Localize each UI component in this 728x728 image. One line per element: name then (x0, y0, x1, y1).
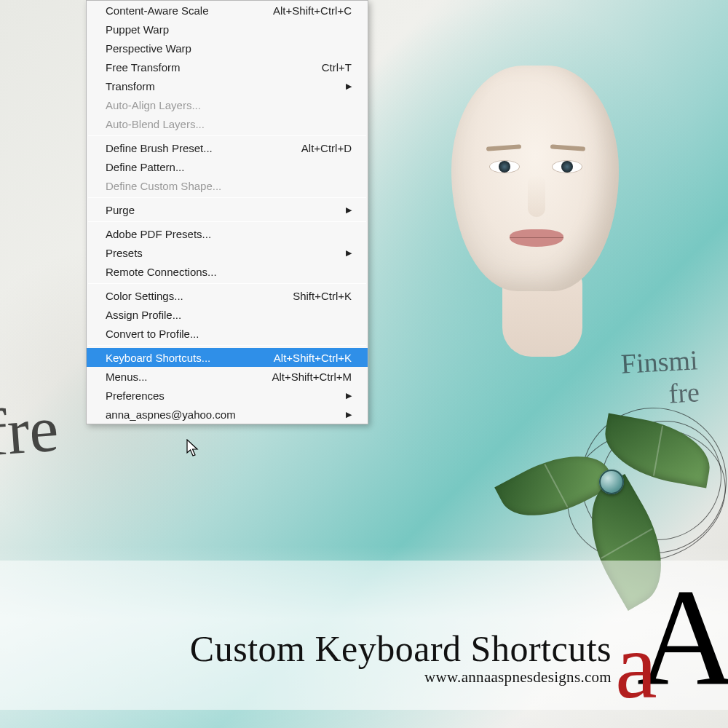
menu-item-color-settings[interactable]: Color Settings...Shift+Ctrl+K (87, 286, 368, 305)
menu-item-label: Preferences (106, 389, 165, 402)
menu-separator (88, 345, 366, 346)
menu-item-assign-profile[interactable]: Assign Profile... (87, 305, 368, 324)
menu-item-shortcut: Alt+Shift+Ctrl+C (250, 4, 352, 17)
menu-item-preferences[interactable]: Preferences▶ (87, 386, 368, 405)
menu-item-free-transform[interactable]: Free TransformCtrl+T (87, 58, 368, 76)
menu-item-label: Assign Profile... (106, 309, 181, 321)
page-title: Custom Keyboard Shortcuts (0, 628, 612, 670)
menu-item-menus[interactable]: Menus...Alt+Shift+Ctrl+M (87, 367, 368, 386)
menu-item-label: Menus... (106, 371, 148, 383)
menu-item-perspective-warp[interactable]: Perspective Warp (87, 39, 368, 58)
menu-item-label: Auto-Blend Layers... (106, 118, 205, 130)
logo: aA (615, 582, 728, 693)
menu-item-shortcut: Ctrl+T (250, 61, 352, 74)
menu-item-transform[interactable]: Transform▶ (87, 76, 368, 95)
menu-item-label: Free Transform (106, 61, 181, 74)
title-block: Custom Keyboard Shortcuts www.annaaspnes… (0, 628, 612, 687)
menu-item-shortcut: Alt+Shift+Ctrl+M (250, 371, 352, 383)
menu-item-label: Color Settings... (106, 290, 183, 302)
menu-separator (88, 197, 366, 198)
menu-item-define-custom-shape: Define Custom Shape... (87, 176, 368, 195)
menu-item-label: Remote Connections... (106, 266, 217, 278)
menu-item-shortcut: Shift+Ctrl+K (250, 290, 352, 302)
menu-item-label: Convert to Profile... (106, 328, 199, 340)
menu-separator (88, 221, 366, 222)
menu-item-label: Auto-Align Layers... (106, 99, 201, 111)
menu-item-anna-aspnes-yahoo-com[interactable]: anna_aspnes@yahoo.com▶ (87, 405, 368, 424)
menu-item-label: Transform (106, 80, 155, 92)
menu-item-label: Puppet Warp (106, 23, 169, 36)
menu-item-keyboard-shortcuts[interactable]: Keyboard Shortcuts...Alt+Shift+Ctrl+K (87, 348, 368, 367)
menu-item-purge[interactable]: Purge▶ (87, 200, 368, 219)
edit-menu-dropdown: Content-Aware ScaleAlt+Shift+Ctrl+CPuppe… (86, 0, 368, 424)
menu-item-define-pattern[interactable]: Define Pattern... (87, 157, 368, 176)
menu-item-shortcut: Alt+Ctrl+D (250, 142, 352, 154)
menu-item-convert-to-profile[interactable]: Convert to Profile... (87, 324, 368, 343)
menu-item-presets[interactable]: Presets▶ (87, 243, 368, 262)
menu-item-label: Define Custom Shape... (106, 180, 221, 192)
menu-item-puppet-warp[interactable]: Puppet Warp (87, 20, 368, 39)
submenu-arrow-icon: ▶ (346, 248, 352, 258)
menu-item-remote-connections[interactable]: Remote Connections... (87, 262, 368, 281)
menu-item-define-brush-preset[interactable]: Define Brush Preset...Alt+Ctrl+D (87, 138, 368, 157)
menu-item-label: Purge (106, 204, 135, 216)
menu-item-label: Content-Aware Scale (106, 4, 208, 17)
menu-item-shortcut: Alt+Shift+Ctrl+K (250, 352, 352, 364)
menu-item-auto-align-layers: Auto-Align Layers... (87, 95, 368, 114)
menu-item-content-aware-scale[interactable]: Content-Aware ScaleAlt+Shift+Ctrl+C (87, 1, 368, 20)
submenu-arrow-icon: ▶ (346, 205, 352, 215)
submenu-arrow-icon: ▶ (346, 410, 352, 419)
menu-item-label: Presets (106, 247, 143, 259)
menu-item-label: Keyboard Shortcuts... (106, 352, 210, 364)
menu-item-label: anna_aspnes@yahoo.com (106, 408, 236, 421)
menu-item-label: Perspective Warp (106, 42, 191, 55)
menu-item-auto-blend-layers: Auto-Blend Layers... (87, 114, 368, 133)
menu-item-adobe-pdf-presets[interactable]: Adobe PDF Presets... (87, 224, 368, 243)
menu-separator (88, 283, 366, 284)
menu-separator (88, 135, 366, 136)
menu-item-label: Define Pattern... (106, 161, 184, 173)
logo-small-a: a (615, 613, 657, 718)
menu-item-label: Adobe PDF Presets... (106, 228, 211, 240)
submenu-arrow-icon: ▶ (346, 82, 352, 91)
menu-item-label: Define Brush Preset... (106, 142, 213, 154)
page-url: www.annaaspnesdesigns.com (0, 668, 612, 687)
submenu-arrow-icon: ▶ (346, 391, 352, 400)
